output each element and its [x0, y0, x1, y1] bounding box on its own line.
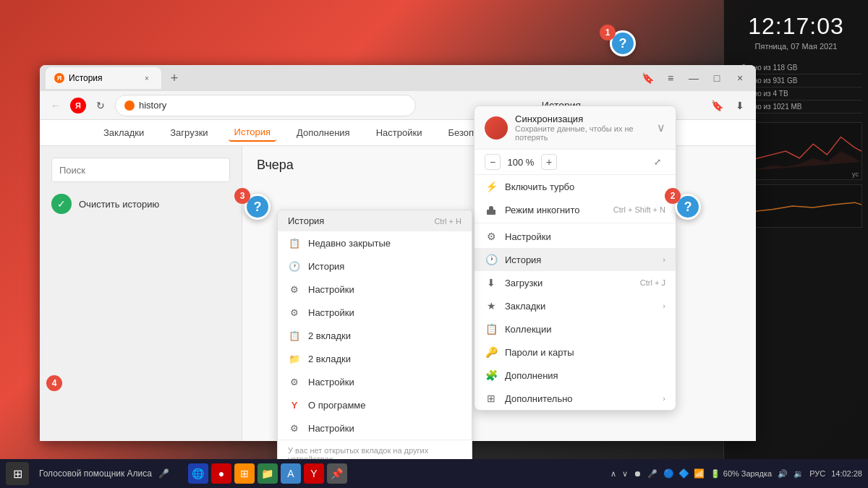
taskbar-app-7[interactable]: 📌 — [327, 463, 347, 484]
browser-tab[interactable]: Я История × — [46, 67, 161, 89]
context-about[interactable]: Y О программе — [278, 393, 472, 416]
context-settings-icon-2: ⚙ — [288, 306, 301, 319]
passwords-label: Пароли и карты — [505, 347, 574, 358]
zoom-plus-button[interactable]: + — [541, 154, 557, 170]
start-button[interactable]: ⊞ — [6, 462, 29, 485]
taskbar-app-2[interactable]: ● — [211, 463, 231, 484]
clock-time: 12:17:03 — [730, 13, 862, 40]
menu-collections-item[interactable]: 📋 Коллекции — [475, 317, 676, 341]
more-label: Дополнительно — [505, 393, 573, 404]
minimize-button[interactable]: — — [684, 68, 704, 88]
taskbar-app-4[interactable]: 📁 — [258, 463, 278, 484]
menu-bookmarks[interactable]: Закладки — [98, 124, 150, 141]
microphone-icon: 🎤 — [156, 466, 172, 481]
menu-settings-item[interactable]: ⚙ Настройки — [475, 225, 676, 248]
clock-date: Пятница, 07 Мая 2021 — [730, 42, 862, 51]
taskbar-app-6[interactable]: Y — [304, 463, 324, 484]
zoom-value: 100 % — [506, 157, 535, 168]
context-shortcut: Ctrl + H — [434, 217, 461, 226]
context-menu-header: История Ctrl + H — [278, 210, 472, 231]
menu-button[interactable]: ≡ — [660, 68, 681, 88]
context-tabs-1[interactable]: 📋 2 вкладки — [278, 324, 472, 347]
menu-more-item[interactable]: ⊞ Дополнительно › — [475, 387, 676, 410]
tray-icon-1[interactable]: 🔵 — [663, 468, 674, 479]
menu-passwords-item[interactable]: 🔑 Пароли и карты — [475, 341, 676, 364]
address-text: history — [139, 100, 166, 111]
taskbar-app-1[interactable]: 🌐 — [188, 463, 208, 484]
turbo-label: Включить турбо — [505, 181, 574, 192]
context-about-label: О программе — [308, 400, 366, 411]
context-tabs-2[interactable]: 📁 2 вкладки — [278, 347, 472, 370]
clear-history-button[interactable]: ✓ Очистить историю — [51, 194, 230, 214]
context-history-icon: 🕐 — [288, 260, 301, 273]
passwords-icon: 🔑 — [485, 346, 498, 359]
number-badge-1: 1 — [600, 25, 616, 40]
menu-downloads-item[interactable]: ⬇ Загрузки Ctrl + J — [475, 271, 676, 294]
svg-rect-0 — [487, 210, 495, 215]
tray-icon-3[interactable]: 📶 — [694, 468, 705, 479]
bookmark-button[interactable]: 🔖 — [637, 68, 658, 88]
zoom-minus-button[interactable]: − — [485, 154, 501, 170]
tab-favicon: Я — [54, 73, 64, 83]
menu-addons-item[interactable]: 🧩 Дополнения — [475, 364, 676, 387]
menu-settings[interactable]: Настройки — [370, 124, 428, 141]
downloads-icon: ⬇ — [485, 276, 498, 289]
new-tab-button[interactable]: + — [164, 68, 184, 88]
context-tabs-label-2: 2 вкладки — [308, 354, 351, 364]
context-history-label: История — [308, 261, 344, 272]
back-button[interactable]: ← — [46, 95, 66, 116]
taskbar-app-5[interactable]: A — [281, 463, 301, 484]
context-settings-label-1: Настройки — [308, 284, 354, 295]
incognito-label: Режим инкогнито — [505, 205, 579, 215]
maximize-button[interactable]: □ — [707, 68, 727, 88]
assistant-button[interactable]: Голосовой помощник Алиса 🎤 — [33, 463, 178, 484]
taskbar-apps: 🌐 ● ⊞ 📁 A Y 📌 — [188, 463, 347, 484]
collections-label: Коллекции — [505, 324, 552, 335]
recent-closed-icon: 📋 — [288, 236, 301, 249]
context-settings-3[interactable]: ⚙ Настройки — [278, 370, 472, 393]
battery-icon-symbol: 🔋 — [710, 469, 720, 479]
context-recent-closed[interactable]: 📋 Недавно закрытые — [278, 231, 472, 254]
speaker-icon[interactable]: 🔉 — [793, 469, 804, 479]
zoom-expand-button[interactable]: ⤢ — [650, 154, 665, 170]
volume-icon[interactable]: 🔊 — [778, 469, 788, 479]
tab-bar: Я История × + 🔖 ≡ — □ × — [40, 65, 756, 91]
browser-dropdown-menu: Синхронизация Сохраните данные, чтобы их… — [474, 106, 676, 411]
context-tabs-icon-2: 📁 — [288, 352, 301, 365]
context-tabs-label-1: 2 вкладки — [308, 330, 351, 341]
record-icon: ⏺ — [634, 469, 642, 478]
download-button[interactable]: ⬇ — [730, 95, 750, 116]
taskbar-time: 14:02:28 — [831, 469, 862, 478]
menu-bookmarks-item[interactable]: ★ Закладки › — [475, 294, 676, 317]
bookmark-nav-button[interactable]: 🔖 — [707, 95, 727, 116]
sync-header[interactable]: Синхронизация Сохраните данные, чтобы их… — [475, 106, 676, 150]
assistant-label: Голосовой помощник Алиса — [39, 468, 152, 479]
taskbar-app-3[interactable]: ⊞ — [234, 463, 255, 484]
menu-incognito[interactable]: Режим инкогнито Ctrl + Shift + N — [475, 198, 676, 221]
context-settings-icon-1: ⚙ — [288, 283, 301, 296]
address-bar[interactable]: history — [115, 95, 416, 116]
close-button[interactable]: × — [730, 68, 750, 88]
menu-turbo[interactable]: ⚡ Включить турбо — [475, 175, 676, 198]
tray-icon-2[interactable]: 🔷 — [678, 468, 689, 479]
menu-downloads[interactable]: Загрузки — [164, 124, 213, 141]
search-input[interactable] — [51, 158, 230, 182]
menu-extensions[interactable]: Дополнения — [291, 124, 356, 141]
tab-close-button[interactable]: × — [141, 72, 153, 84]
context-tabs-icon-1: 📋 — [288, 329, 301, 342]
menu-history-item[interactable]: 🕐 История › — [475, 248, 676, 271]
zoom-row: − 100 % + ⤢ — [475, 150, 676, 175]
context-history[interactable]: 🕐 История — [278, 254, 472, 278]
system-tray: 🔵 🔷 📶 — [663, 468, 705, 479]
context-settings-4[interactable]: ⚙ Настройки — [278, 416, 472, 440]
addons-label: Дополнения — [505, 370, 558, 381]
tab-title: История — [69, 73, 103, 83]
menu-history[interactable]: История — [229, 124, 276, 142]
bookmarks-arrow-icon: › — [663, 301, 665, 310]
refresh-button[interactable]: ↻ — [90, 95, 111, 116]
sync-title: Синхронизация — [515, 114, 650, 124]
context-settings-label-3: Настройки — [308, 377, 354, 388]
context-settings-1[interactable]: ⚙ Настройки — [278, 278, 472, 301]
mic-taskbar-icon: 🎤 — [647, 469, 658, 479]
context-settings-2[interactable]: ⚙ Настройки — [278, 301, 472, 324]
